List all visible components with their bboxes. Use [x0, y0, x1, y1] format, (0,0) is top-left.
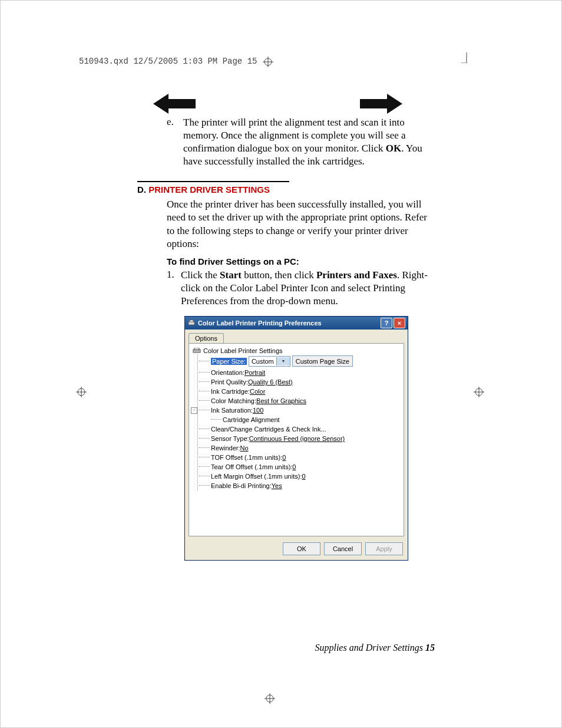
- text-bold: OK: [386, 143, 401, 154]
- list-body: Click the Start button, then click Print…: [181, 269, 435, 308]
- value: 0: [302, 473, 305, 480]
- tree-item-sensor-type[interactable]: Sensor Type: Continuous Feed (ignore Sen…: [199, 434, 400, 443]
- page-footer: Supplies and Driver Settings 15: [315, 643, 435, 653]
- tree-item-left-margin-offset[interactable]: Left Margin Offset (.1mm units): 0: [199, 472, 400, 481]
- titlebar: Color Label Printer Printing Preferences…: [185, 317, 408, 330]
- dialog-title: Color Label Printer Printing Preferences: [198, 319, 322, 327]
- window-controls: ? ×: [381, 318, 405, 328]
- tree-item-print-quality[interactable]: Print Quality: Quality 6 (Best): [199, 377, 400, 387]
- value: Portrait: [244, 369, 265, 376]
- dialog-button-row: OK Cancel Apply: [185, 540, 408, 560]
- tree-root-label: Color Label Printer Settings: [203, 347, 283, 354]
- label: Enable Bi-di Printing:: [211, 482, 272, 489]
- label: Rewinder:: [211, 444, 240, 452]
- list-marker: e.: [167, 116, 183, 168]
- label: Tear Off Offset (.1mm units):: [211, 463, 292, 470]
- footer-text: Supplies and Driver Settings: [315, 643, 425, 653]
- tree-item-paper-size[interactable]: Paper Size: Custom ▾ Custom Page Size: [199, 354, 400, 368]
- svg-rect-18: [193, 350, 200, 353]
- tree-item-clean-change[interactable]: Clean/Change Cartridges & Check Ink...: [199, 424, 400, 434]
- registration-mark-icon: [263, 57, 273, 67]
- tree-item-color-matching[interactable]: Color Matching: Best for Graphics: [199, 396, 400, 406]
- chevron-down-icon: ▾: [276, 357, 290, 365]
- label: Ink Cartridge:: [211, 388, 250, 395]
- page-number: 15: [425, 643, 435, 653]
- tree-item-orientation[interactable]: Orientation: Portrait: [199, 368, 400, 377]
- tab-strip: Options: [185, 330, 408, 343]
- text: Click the: [181, 269, 220, 281]
- tree-root: Color Label Printer Settings: [193, 347, 400, 354]
- label: Cartridge Alignment: [223, 416, 280, 423]
- next-page-arrow-icon[interactable]: [360, 94, 402, 114]
- custom-page-size-button[interactable]: Custom Page Size: [292, 355, 353, 367]
- tab-options[interactable]: Options: [189, 333, 224, 343]
- list-item-e: e. The printer will print the alignment …: [167, 116, 435, 168]
- printer-icon: [187, 319, 196, 327]
- label: Sensor Type:: [211, 435, 249, 442]
- printer-settings-icon: [193, 348, 201, 354]
- prepress-header: 510943.qxd 12/5/2005 1:03 PM Page 15: [79, 57, 257, 66]
- crop-mark-icon: [461, 52, 472, 63]
- text: The printer will print the alignment tes…: [183, 117, 406, 154]
- value: Continuous Feed (ignore Sensor): [249, 435, 345, 442]
- previous-page-arrow-icon[interactable]: [153, 94, 196, 114]
- label: Color Matching:: [211, 397, 256, 404]
- registration-mark-icon: [474, 387, 484, 397]
- cancel-button[interactable]: Cancel: [324, 542, 362, 555]
- tree-item-tear-off-offset[interactable]: Tear Off Offset (.1mm units): 0: [199, 462, 400, 472]
- value: Color: [250, 388, 265, 395]
- tree-children: Paper Size: Custom ▾ Custom Page Size Or…: [197, 354, 400, 490]
- svg-rect-16: [189, 322, 194, 325]
- label: Ink Saturation:: [211, 407, 253, 414]
- page-content: e. The printer will print the alignment …: [137, 116, 435, 561]
- printing-preferences-dialog: Color Label Printer Printing Preferences…: [184, 316, 408, 561]
- section-rule: [137, 181, 289, 182]
- label: Left Margin Offset (.1mm units):: [211, 473, 302, 480]
- value: Yes: [272, 482, 282, 489]
- tree-item-tof-offset[interactable]: TOF Offset (.1mm units): 0: [199, 453, 400, 462]
- text: button, then click: [242, 269, 316, 281]
- options-panel: Color Label Printer Settings Paper Size:…: [189, 343, 404, 536]
- close-button[interactable]: ×: [394, 318, 405, 328]
- registration-mark-icon: [265, 693, 275, 704]
- section-heading: D. PRINTER DRIVER SETTINGS: [137, 185, 435, 195]
- manual-page: 510943.qxd 12/5/2005 1:03 PM Page 15 e. …: [0, 0, 562, 728]
- value: No: [240, 444, 249, 452]
- list-item-1: 1. Click the Start button, then click Pr…: [167, 269, 435, 308]
- expand-toggle-icon[interactable]: -: [191, 407, 197, 414]
- tree-item-cartridge-alignment[interactable]: Cartridge Alignment: [211, 415, 400, 424]
- value: Quality 6 (Best): [248, 378, 293, 386]
- registration-mark-icon: [76, 387, 87, 397]
- svg-rect-17: [190, 320, 193, 322]
- value: Best for Graphics: [256, 397, 306, 404]
- paper-size-dropdown[interactable]: Custom ▾: [249, 356, 290, 367]
- label: Clean/Change Cartridges & Check Ink...: [211, 426, 326, 433]
- text-bold: Start: [220, 269, 242, 281]
- section-prefix: D.: [137, 185, 148, 195]
- tree-item-ink-saturation[interactable]: -Ink Saturation: 100: [199, 406, 400, 415]
- label: TOF Offset (.1mm units):: [211, 454, 282, 461]
- list-body: The printer will print the alignment tes…: [183, 116, 435, 168]
- label: Paper Size:: [211, 358, 247, 365]
- text-bold: Printers and Faxes: [316, 269, 397, 281]
- label: Orientation:: [211, 369, 244, 376]
- svg-marker-14: [153, 94, 196, 114]
- tree-item-enable-bidi[interactable]: Enable Bi-di Printing: Yes: [199, 481, 400, 490]
- help-button[interactable]: ?: [381, 318, 392, 328]
- svg-marker-15: [360, 94, 402, 114]
- value: 100: [253, 407, 263, 414]
- tree-item-ink-cartridge[interactable]: Ink Cartridge: Color: [199, 387, 400, 396]
- subheading: To find Driver Settings on a PC:: [167, 256, 435, 266]
- svg-rect-19: [194, 348, 199, 350]
- paragraph: Once the printer driver has been success…: [167, 198, 435, 250]
- section-title-text: PRINTER DRIVER SETTINGS: [148, 185, 270, 195]
- list-marker: 1.: [167, 269, 181, 308]
- apply-button: Apply: [365, 542, 403, 555]
- dropdown-value: Custom: [249, 358, 276, 365]
- tree-item-rewinder[interactable]: Rewinder: No: [199, 443, 400, 453]
- value: 0: [292, 463, 296, 470]
- value: 0: [282, 454, 286, 461]
- ok-button[interactable]: OK: [283, 542, 320, 555]
- label: Print Quality:: [211, 378, 248, 386]
